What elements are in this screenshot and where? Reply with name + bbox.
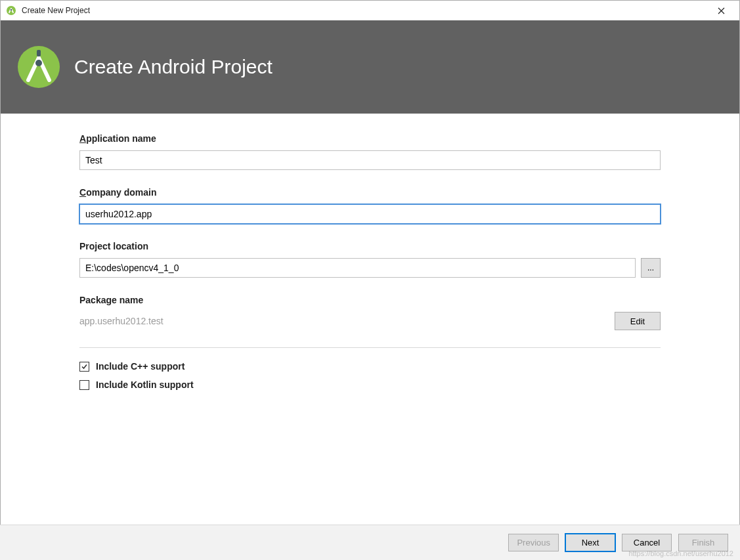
company-domain-label: Company domain	[79, 187, 661, 198]
close-button[interactable]	[708, 1, 734, 20]
window-title: Create New Project	[22, 6, 708, 15]
svg-point-3	[35, 60, 42, 66]
company-domain-input[interactable]	[79, 204, 661, 224]
svg-point-1	[11, 9, 12, 11]
project-location-label: Project location	[79, 241, 661, 251]
edit-button[interactable]: Edit	[615, 312, 661, 330]
form-content: Application name Company domain Project …	[1, 114, 739, 390]
application-name-input[interactable]	[79, 150, 661, 170]
android-studio-logo-icon	[15, 43, 62, 91]
package-name-label: Package name	[79, 295, 661, 305]
footer: Previous Next Cancel Finish	[0, 525, 740, 560]
finish-button[interactable]: Finish	[678, 534, 728, 551]
cpp-support-label: Include C++ support	[96, 361, 185, 372]
titlebar: Create New Project	[1, 1, 739, 20]
close-icon	[718, 7, 725, 14]
company-domain-group: Company domain	[79, 187, 661, 224]
package-name-group: Package name app.userhu2012.test Edit	[79, 295, 661, 330]
banner: Create Android Project	[1, 20, 739, 114]
kotlin-support-label: Include Kotlin support	[96, 379, 194, 390]
application-name-group: Application name	[79, 133, 661, 170]
cpp-support-checkbox[interactable]	[79, 362, 89, 372]
banner-heading: Create Android Project	[74, 56, 272, 78]
project-location-group: Project location ...	[79, 241, 661, 278]
package-name-value: app.userhu2012.test	[79, 316, 163, 326]
application-name-label: Application name	[79, 133, 661, 144]
next-button[interactable]: Next	[565, 534, 615, 551]
project-location-input[interactable]	[79, 258, 636, 278]
cpp-support-row: Include C++ support	[79, 361, 661, 372]
android-studio-icon	[6, 5, 16, 16]
cancel-button[interactable]: Cancel	[622, 534, 672, 551]
kotlin-support-checkbox[interactable]	[79, 380, 89, 390]
previous-button[interactable]: Previous	[508, 534, 559, 551]
browse-button[interactable]: ...	[641, 258, 661, 278]
checkmark-icon	[81, 363, 88, 370]
divider	[79, 347, 661, 348]
kotlin-support-row: Include Kotlin support	[79, 379, 661, 390]
svg-rect-4	[37, 50, 41, 56]
